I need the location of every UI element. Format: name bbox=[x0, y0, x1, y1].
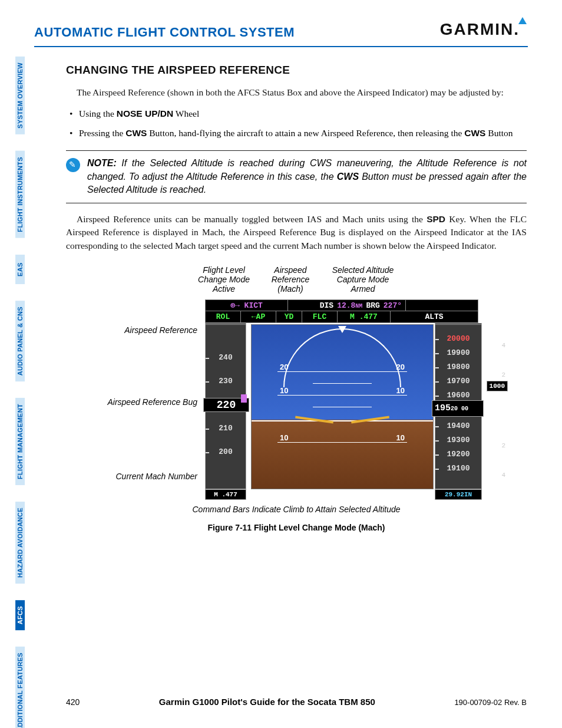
mach-readout: M .477 bbox=[205, 489, 246, 500]
tab-flight-instruments[interactable]: FLIGHT INSTRUMENTS bbox=[15, 151, 25, 238]
figure-7-11: Flight Level Change Mode Active Airspeed… bbox=[66, 265, 527, 532]
label-current-mach-number: Current Mach Number bbox=[116, 472, 198, 481]
vsi-readout: 1000 bbox=[487, 381, 508, 391]
doc-number: 190-00709-02 Rev. B bbox=[454, 698, 527, 707]
altitude-tape: 20000 19900 19800 19700 19600 19520 00 1… bbox=[435, 324, 482, 489]
page-number: 420 bbox=[66, 697, 80, 707]
footer-title: Garmin G1000 Pilot's Guide for the Socat… bbox=[159, 697, 375, 707]
tab-system-overview[interactable]: SYSTEM OVERVIEW bbox=[15, 57, 25, 134]
tab-flight-management[interactable]: FLIGHT MANAGEMENT bbox=[15, 398, 25, 485]
command-bars bbox=[301, 419, 384, 421]
label-airspeed-reference-bug: Airspeed Reference Bug bbox=[107, 397, 197, 407]
armed-mode: ALTS bbox=[391, 311, 478, 322]
baro-setting: 29.92IN bbox=[435, 489, 482, 500]
vertical-ref: M .477 bbox=[338, 311, 391, 322]
label-airspeed-reference: Airspeed Reference bbox=[124, 325, 197, 335]
attitude-indicator: 2020 1010 1010 bbox=[251, 324, 434, 489]
figure-caption: Figure 7-11 Flight Level Change Mode (Ma… bbox=[66, 523, 527, 532]
tab-eas[interactable]: EAS bbox=[15, 255, 25, 284]
section-heading: CHANGING THE AIRSPEED REFERENCE bbox=[66, 64, 527, 77]
note-block: NOTE: If the Selected Altitude is reache… bbox=[66, 150, 527, 203]
bullet-2: Pressing the CWS Button, hand-flying the… bbox=[79, 127, 527, 140]
body-paragraph: Airspeed Reference units can be manually… bbox=[66, 213, 527, 252]
command-bars-caption: Command Bars Indicate Climb to Attain Se… bbox=[111, 505, 482, 515]
page-header: AUTOMATIC FLIGHT CONTROL SYSTEM GARMIN. bbox=[34, 25, 528, 47]
callout-alt-capture-armed: Selected Altitude Capture Mode Armed bbox=[330, 265, 395, 294]
brand-triangle-icon bbox=[518, 17, 527, 24]
note-icon bbox=[66, 158, 80, 172]
sidebar-tabs: SYSTEM OVERVIEW FLIGHT INSTRUMENTS EAS A… bbox=[15, 57, 32, 728]
afcs-status-box: ⊕→ KICT DIS12.8NMBRG227° ROL ←AP YD FLC … bbox=[205, 299, 478, 323]
vertical-mode: FLC bbox=[302, 311, 338, 322]
note-text: NOTE: If the Selected Altitude is reache… bbox=[87, 157, 527, 196]
status-row-afcs: ROL ←AP YD FLC M .477 ALTS bbox=[205, 311, 478, 323]
page-footer: 420 Garmin G1000 Pilot's Guide for the S… bbox=[66, 697, 527, 707]
tab-hazard-avoidance[interactable]: HAZARD AVOIDANCE bbox=[15, 502, 25, 584]
yd-annun: YD bbox=[276, 311, 302, 322]
airspeed-tape: 240 230 220 210 200 bbox=[205, 324, 246, 489]
tab-additional-features[interactable]: ADDITIONAL FEATURES bbox=[15, 647, 25, 728]
lateral-mode: ROL bbox=[206, 311, 241, 322]
status-row-nav: ⊕→ KICT DIS12.8NMBRG227° bbox=[205, 299, 478, 311]
page-content: CHANGING THE AIRSPEED REFERENCE The Airs… bbox=[66, 64, 527, 532]
pfd-wrap: ⊕→ KICT DIS12.8NMBRG227° ROL ←AP YD FLC … bbox=[111, 299, 482, 515]
callout-flc-active: Flight Level Change Mode Active bbox=[197, 265, 250, 294]
airspeed-bug bbox=[241, 394, 247, 403]
bullet-list: Using the NOSE UP/DN Wheel Pressing the … bbox=[66, 107, 527, 140]
callout-airspeed-ref-mach: Airspeed Reference (Mach) bbox=[267, 265, 314, 294]
figure-top-callouts: Flight Level Change Mode Active Airspeed… bbox=[66, 265, 527, 294]
tab-afcs[interactable]: AFCS bbox=[15, 600, 25, 630]
brand-logo: GARMIN. bbox=[440, 20, 528, 39]
ap-annun: ←AP bbox=[241, 311, 276, 322]
tab-audio-panel-cns[interactable]: AUDIO PANEL & CNS bbox=[15, 301, 25, 381]
roll-pointer-icon bbox=[338, 326, 346, 333]
intro-paragraph: The Airspeed Reference (shown in both th… bbox=[66, 86, 527, 99]
bullet-1: Using the NOSE UP/DN Wheel bbox=[79, 107, 527, 120]
altitude-readout: 19520 00 bbox=[432, 400, 484, 417]
vsi: 4 2 2 4 bbox=[484, 330, 505, 483]
pfd-display: Airspeed Reference Airspeed Reference Bu… bbox=[111, 324, 482, 501]
